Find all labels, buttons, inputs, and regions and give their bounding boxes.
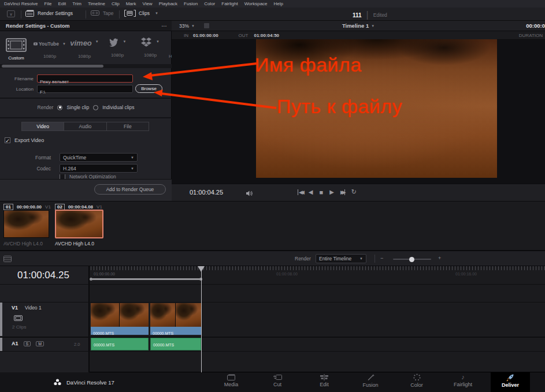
playhead-timecode: 01:00:04.25 — [0, 270, 87, 281]
page-tab-cut[interactable]: Cut — [263, 374, 292, 387]
mute-button[interactable]: M — [36, 341, 44, 346]
tab-audio[interactable]: Audio — [64, 122, 106, 130]
panel-options-button[interactable]: ••• — [162, 24, 167, 28]
network-optimization-checkbox[interactable] — [60, 174, 65, 179]
play-button[interactable]: ▶ — [329, 189, 334, 195]
tab-video[interactable]: Video — [22, 122, 64, 130]
filename-input[interactable]: Режу вельвет — [37, 74, 133, 83]
preset-scrollbar[interactable] — [0, 64, 172, 68]
playhead-marker[interactable] — [198, 266, 205, 272]
page-tab-fairlight[interactable]: ♪ Fairlight — [448, 374, 477, 387]
individual-clips-radio[interactable] — [93, 105, 98, 110]
render-job-thumbnail-selected[interactable] — [55, 210, 103, 238]
timeline-selector[interactable]: Timeline 1 — [342, 23, 369, 29]
zoom-slider-knob[interactable] — [409, 257, 414, 262]
panel-footer: Add to Render Queue — [0, 179, 172, 201]
menu-item-app[interactable]: DaVinci Resolve — [4, 1, 38, 6]
preset-twitter[interactable]: ▼ 1080p — [103, 36, 132, 66]
timeline-zoom-slider[interactable] — [393, 259, 431, 260]
tab-file[interactable]: File — [106, 122, 149, 130]
page-tab-media[interactable]: Media — [217, 374, 246, 387]
render-range-bar[interactable] — [91, 278, 201, 280]
loop-button[interactable]: ↻ — [351, 188, 357, 196]
render-range-dropdown[interactable]: Entire Timeline ▼ — [316, 254, 366, 263]
menu-item-mark[interactable]: Mark — [126, 1, 136, 6]
format-dropdown[interactable]: QuickTime ▼ — [60, 153, 138, 162]
twitter-icon — [109, 38, 118, 47]
timeline-tool-icon[interactable] — [3, 256, 12, 262]
tape-button[interactable]: Tape — [91, 10, 113, 16]
page-tab-deliver[interactable]: Deliver — [491, 372, 530, 392]
zoom-in-button[interactable]: + — [438, 255, 441, 261]
menu-item-color[interactable]: Color — [204, 1, 215, 6]
menu-item-fairlight[interactable]: Fairlight — [221, 1, 238, 6]
app-version-label: DaVinci Resolve 17 — [66, 379, 114, 386]
menu-item-workspace[interactable]: Workspace — [244, 1, 268, 6]
color-page-icon — [413, 374, 421, 381]
video-track-name[interactable]: Video 1 — [25, 305, 42, 311]
preset-custom[interactable]: Custom — [3, 36, 29, 66]
clip-name-bar: 00000.MTS — [150, 327, 201, 335]
menu-item-view[interactable]: View — [142, 1, 152, 6]
video-track-id[interactable]: V1 — [12, 305, 18, 311]
edit-page-icon — [320, 374, 328, 380]
preset-youtube[interactable]: YouTube ▼ 1080p — [34, 36, 66, 66]
preset-vimeo[interactable]: vimeo ▼ 1080p — [69, 36, 99, 66]
menu-item-edit[interactable]: Edit — [58, 1, 66, 6]
timeline-ruler[interactable] — [91, 266, 545, 270]
play-reverse-button[interactable]: ◀ — [309, 189, 313, 195]
render-job-thumbnail[interactable] — [3, 210, 49, 238]
viewer-header-timecode: 00:00:0 — [526, 23, 545, 29]
film-frame-icon — [14, 315, 23, 321]
page-tab-edit[interactable]: Edit — [310, 374, 339, 387]
chevron-down-icon: ▼ — [371, 24, 375, 28]
menu-item-clip[interactable]: Clip — [112, 1, 120, 6]
page-tab-fusion[interactable]: Fusion — [356, 374, 385, 388]
first-frame-button[interactable]: ◀◀ — [298, 189, 302, 195]
davinci-resolve-window: DaVinci Resolve File Edit Trim Timeline … — [0, 0, 545, 392]
clips-icon — [124, 10, 136, 17]
chevron-down-icon: ▼ — [359, 257, 363, 260]
stop-button[interactable]: ■ — [320, 189, 324, 196]
individual-clips-label[interactable]: Individual clips — [102, 104, 134, 110]
solo-button[interactable]: S — [24, 341, 31, 346]
audio-mute-icon[interactable] — [246, 190, 253, 197]
last-frame-button[interactable]: ▶▶ — [340, 189, 345, 195]
menu-item-timeline[interactable]: Timeline — [88, 1, 105, 6]
viewer-zoom-dropdown[interactable]: 33% — [179, 23, 189, 29]
chevron-down-icon: ▼ — [155, 12, 158, 15]
timeline-video-clip[interactable]: 00000.MTS — [150, 303, 201, 335]
timeline-video-clip[interactable]: 00000.MTS — [91, 303, 149, 335]
menu-item-help[interactable]: Help — [274, 1, 283, 6]
expand-toggle-button[interactable]: ∨ — [7, 10, 15, 17]
menu-item-fusion[interactable]: Fusion — [184, 1, 198, 6]
browse-button[interactable]: Browse — [135, 84, 162, 93]
youtube-icon — [34, 42, 38, 46]
duration-label: DURATION — [519, 33, 543, 38]
viewer-tool-icon[interactable] — [204, 23, 209, 28]
timeline-playhead[interactable] — [201, 266, 202, 372]
timeline-audio-clip[interactable]: 00000.MTS — [150, 338, 201, 350]
clips-button[interactable]: Clips ▼ — [124, 10, 158, 17]
single-clip-label[interactable]: Single clip — [66, 104, 89, 110]
add-to-render-queue-button[interactable]: Add to Render Queue — [94, 184, 166, 195]
codec-dropdown[interactable]: H.264 ▼ — [60, 164, 138, 173]
single-clip-radio[interactable] — [57, 105, 62, 110]
zoom-out-button[interactable]: − — [380, 255, 383, 261]
job-index-badge: 01 — [3, 204, 13, 210]
audio-track-id[interactable]: A1 — [12, 341, 18, 346]
page-tab-color[interactable]: Color — [402, 374, 431, 388]
render-settings-button[interactable]: Render Settings — [25, 10, 73, 17]
render-settings-icon — [25, 10, 34, 17]
export-video-checkbox[interactable]: ✓ — [5, 137, 10, 143]
preset-scrollbar-thumb[interactable] — [2, 65, 103, 68]
chevron-down-icon: ▼ — [123, 40, 127, 43]
menu-item-playback[interactable]: Playback — [159, 1, 177, 6]
menu-item-file[interactable]: File — [45, 1, 52, 6]
preset-dropbox[interactable]: ▼ 1080p — [135, 36, 165, 66]
transport-bar: 01:00:04.25 ◀◀ ◀ ■ ▶ ▶▶ ↻ — [172, 184, 545, 201]
preset-custom-label: Custom — [3, 55, 29, 61]
menu-item-trim[interactable]: Trim — [72, 1, 81, 6]
timeline-audio-clip[interactable]: 00000.MTS — [91, 338, 149, 350]
location-input[interactable]: F:\ — [37, 85, 133, 93]
